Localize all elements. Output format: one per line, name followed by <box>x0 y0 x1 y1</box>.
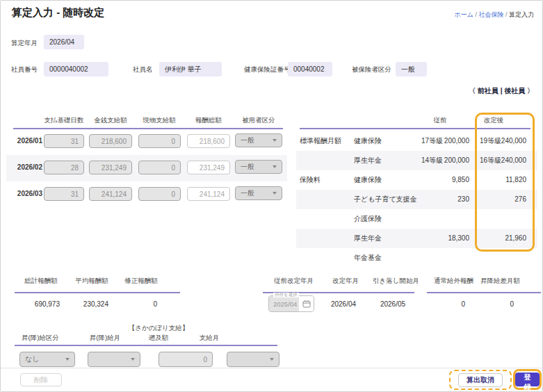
cash-amount-input[interactable] <box>89 187 132 201</box>
totals-header-sum: 総計報酬額 <box>13 277 69 286</box>
before-amount: 200,000 <box>440 151 469 170</box>
in-kind-amount-input[interactable] <box>138 187 181 201</box>
raise-diff-value: 0 <box>476 300 514 308</box>
page-title: 算定入力 - 随時改定 <box>12 6 104 19</box>
breadcrumb: ホーム / 社会保険 / 算定入力 <box>454 10 534 19</box>
delete-button[interactable]: 削除 <box>20 373 62 386</box>
totals-header-adjusted: 修正報酬額 <box>113 277 169 286</box>
revision-date-value: 2026/04 <box>319 300 368 308</box>
after-amount: 240,000 <box>497 131 526 151</box>
revision-header-extra-pay: 通常給外報酬 <box>434 277 473 286</box>
grade-item-label: 健康保険 <box>354 131 421 151</box>
prev-employee-link[interactable]: 前社員 <box>478 87 499 95</box>
chevron-down-icon <box>273 192 277 195</box>
cancel-calculation-button[interactable]: 算出取消 <box>458 373 503 387</box>
grade-item-label: 健康保険 <box>354 170 421 190</box>
raise-category-header: 昇(降)給区分 <box>13 334 68 343</box>
health-card-no-value: 00040002 <box>288 62 332 76</box>
raise-category-value: なし <box>25 354 39 364</box>
assessment-month-value: 2026/04 <box>44 35 84 49</box>
pay-month-select[interactable] <box>227 352 279 367</box>
employee-nav: 〈 前社員 | 後社員 〉 <box>469 86 534 96</box>
total-remuneration-input[interactable] <box>187 187 230 201</box>
raise-category-select[interactable]: なし <box>19 352 75 367</box>
monthly-header-in-kind: 現物支給額 <box>131 116 187 125</box>
register-button[interactable]: 登録 <box>515 373 540 386</box>
chevron-down-icon <box>65 358 70 361</box>
base-days-input[interactable] <box>44 134 84 148</box>
totals-adjusted-value: 0 <box>115 300 157 308</box>
cash-amount-input[interactable] <box>89 134 132 148</box>
revision-header-raise-diff: 昇降給差月額 <box>480 277 520 286</box>
breadcrumb-section-link[interactable]: 社会保険 <box>478 11 503 18</box>
cash-amount-input[interactable] <box>89 161 132 174</box>
revision-header-deduction-start: 引き落し開始月 <box>373 277 419 286</box>
category-select-value: 一般 <box>241 188 254 198</box>
chevron-down-icon <box>273 165 277 168</box>
base-days-input[interactable] <box>44 187 84 201</box>
retro-pay-group-header: 【さかのぼり支給】 <box>117 324 200 333</box>
total-remuneration-input[interactable] <box>187 161 230 174</box>
after-amount: 276 <box>497 190 526 209</box>
month-label: 2026/02 <box>13 161 42 174</box>
before-amount: 200,000 <box>440 131 469 151</box>
after-amount: 21,960 <box>497 229 526 248</box>
monthly-header-category: 被用者区分 <box>231 116 286 125</box>
monthly-header-underline <box>13 128 283 129</box>
next-employee-link[interactable]: 後社員 <box>504 87 525 95</box>
before-amount: 9,850 <box>440 170 469 190</box>
chevron-down-icon <box>273 139 277 142</box>
calendar-icon[interactable] <box>299 296 314 311</box>
raise-month-select[interactable] <box>88 352 140 367</box>
category-select[interactable]: 一般 <box>235 133 282 147</box>
raise-month-header: 昇(降)給月 <box>77 334 133 343</box>
extra-pay-value: 0 <box>427 300 465 308</box>
deduction-start-value: 2026/05 <box>368 300 417 308</box>
chevron-down-icon <box>270 358 274 361</box>
employee-nav-divider: | <box>501 87 503 95</box>
monthly-header-cash: 金銭支給額 <box>83 116 138 125</box>
breadcrumb-home-link[interactable]: ホーム <box>454 11 473 18</box>
before-amount: 230 <box>440 190 469 209</box>
date-picker-floating-label: 日付を選択 <box>273 293 299 297</box>
revision-underline <box>427 292 541 293</box>
retro-amount-input[interactable] <box>159 352 213 367</box>
prev-revision-date-picker[interactable]: 日付を選択 2025/04 <box>268 295 314 312</box>
category-select[interactable]: 一般 <box>235 186 282 200</box>
base-days-input[interactable] <box>44 161 84 174</box>
totals-average-value: 230,324 <box>67 300 108 308</box>
raise-underline <box>15 345 277 346</box>
revision-header-date: 改定年月 <box>332 277 359 286</box>
register-highlight: 登録 <box>513 369 542 390</box>
total-remuneration-input[interactable] <box>187 134 230 148</box>
totals-header-average: 平均報酬額 <box>64 277 120 286</box>
grade-item-label: 子ども子育て支援金 <box>354 190 421 209</box>
in-kind-amount-input[interactable] <box>138 161 181 174</box>
breadcrumb-current: 算定入力 <box>509 11 534 18</box>
category-select-value: 一般 <box>241 136 254 145</box>
monthly-header-total: 報酬総額 <box>181 116 236 125</box>
grade-header-after: 改定後 <box>469 116 518 125</box>
category-select-value: 一般 <box>241 162 254 172</box>
totals-underline <box>15 292 180 293</box>
in-kind-amount-input[interactable] <box>138 134 181 148</box>
revision-header-prev-date: 従前改定年月 <box>274 277 314 286</box>
chevron-left-icon: 〈 <box>469 87 476 95</box>
grade-header-underline <box>300 128 530 129</box>
grade-item-label: 年金基金 <box>354 248 421 268</box>
health-card-no-label: 健康保険証番号 <box>244 65 291 74</box>
employee-name-label: 社員名 <box>133 65 153 74</box>
breadcrumb-separator: / <box>475 11 477 18</box>
grade-item-label: 介護保険 <box>354 209 421 229</box>
grade-group-label: 標準報酬月額 <box>300 131 350 151</box>
after-amount: 240,000 <box>497 151 526 170</box>
pay-month-header: 支給月 <box>181 334 237 343</box>
employee-no-value: 0000040002 <box>44 62 108 76</box>
assessment-month-label: 算定年月 <box>11 39 38 48</box>
before-amount: 18,300 <box>440 229 469 248</box>
assessment-input-page: 算定入力 - 随時改定 ホーム / 社会保険 / 算定入力 算定年月 2026/… <box>0 0 543 392</box>
grade-group-label: 保険料 <box>300 170 350 190</box>
footer-divider <box>1 368 542 368</box>
employee-no-label: 社員番号 <box>11 65 38 74</box>
category-select[interactable]: 一般 <box>235 160 282 174</box>
